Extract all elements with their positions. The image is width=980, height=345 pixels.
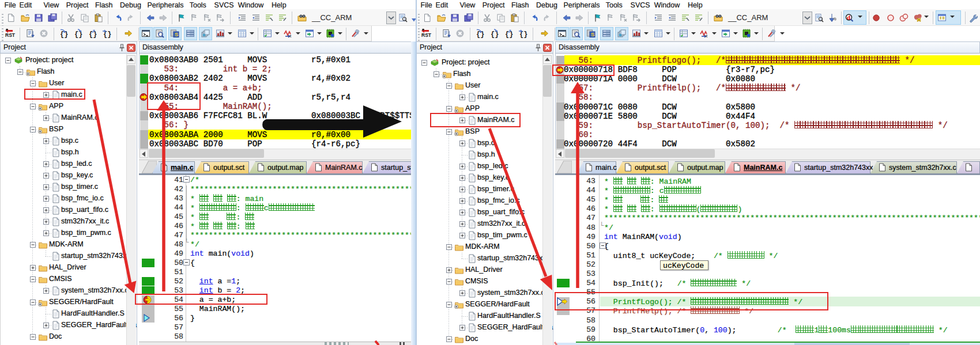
svg-text:t: t <box>706 33 708 39</box>
svg-text:{}: {} <box>491 31 499 39</box>
svg-text:t: t <box>290 33 292 39</box>
svg-text:{}: {} <box>505 31 513 39</box>
svg-text:RST: RST <box>421 32 432 38</box>
svg-text:{}: {} <box>89 31 97 39</box>
svg-text:S: S <box>591 31 594 37</box>
svg-text:{}: {} <box>74 31 82 39</box>
svg-text:RST: RST <box>5 32 16 38</box>
svg-text:S: S <box>175 31 178 37</box>
svg-text:d: d <box>847 14 850 21</box>
